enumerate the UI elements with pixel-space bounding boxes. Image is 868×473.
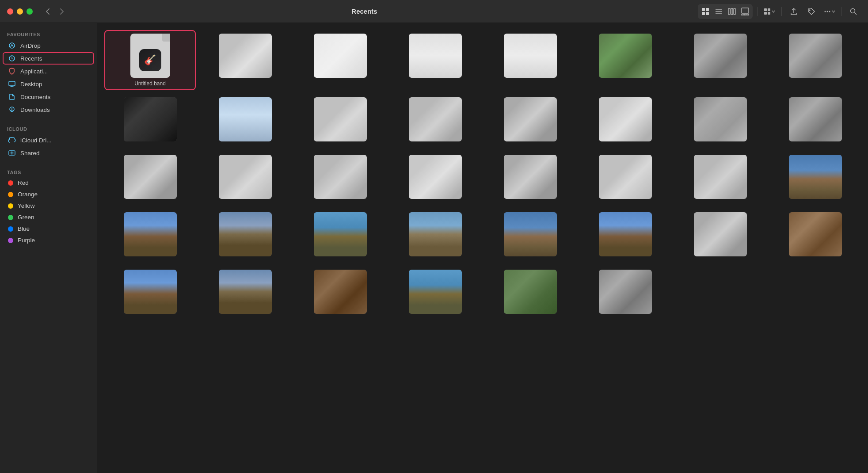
file-item-2[interactable] (199, 30, 291, 90)
file-item-25[interactable] (104, 209, 196, 263)
file-item-7[interactable] (674, 30, 766, 90)
tag-button[interactable] (804, 4, 819, 19)
file-item-24[interactable] (769, 151, 861, 205)
icloud-section: iCloud iCloud Dri... Shared (0, 123, 97, 159)
file-item-14[interactable] (579, 94, 671, 148)
file-item-untitled-band[interactable]: 🎸 Untitled.band (104, 30, 196, 90)
thumbnail-8 (789, 34, 842, 78)
downloads-icon (8, 106, 16, 114)
file-item-13[interactable] (484, 94, 576, 148)
band-file-bg: 🎸 (130, 34, 170, 78)
file-item-17[interactable] (104, 151, 196, 205)
view-list-button[interactable] (712, 5, 725, 18)
file-item-34[interactable] (199, 266, 291, 320)
file-item-26[interactable] (199, 209, 291, 263)
svg-rect-0 (702, 8, 705, 11)
file-item-22[interactable] (579, 151, 671, 205)
traffic-lights (7, 8, 33, 15)
search-button[interactable] (846, 4, 861, 19)
file-name-untitled-band: Untitled.band (134, 80, 166, 87)
sidebar-item-tag-red[interactable]: Red (3, 177, 94, 188)
tag-green-label: Green (18, 214, 34, 221)
file-item-8[interactable] (769, 30, 861, 90)
file-item-6[interactable] (579, 30, 671, 90)
file-item-30[interactable] (579, 209, 671, 263)
file-item-38[interactable] (579, 266, 671, 320)
file-item-12[interactable] (389, 94, 481, 148)
thumbnail-17 (124, 155, 177, 199)
file-item-36[interactable] (389, 266, 481, 320)
sidebar-item-shared[interactable]: Shared (3, 147, 94, 159)
thumbnail-32 (789, 212, 842, 256)
file-item-11[interactable] (294, 94, 386, 148)
thumbnail-38 (599, 270, 652, 314)
sidebar-item-desktop[interactable]: Desktop (3, 78, 94, 90)
orange-dot (8, 192, 13, 197)
sidebar-item-recents[interactable]: Recents (3, 52, 94, 65)
file-item-27[interactable] (294, 209, 386, 263)
purple-dot (8, 238, 13, 243)
tag-blue-label: Blue (18, 225, 30, 232)
svg-rect-16 (764, 12, 767, 15)
arrange-button[interactable] (762, 4, 777, 19)
file-item-5[interactable] (484, 30, 576, 90)
thumbnail-3 (314, 34, 367, 78)
toolbar-actions (698, 4, 861, 19)
titlebar: Recents (0, 0, 868, 23)
sidebar-item-tag-purple[interactable]: Purple (3, 235, 94, 246)
file-item-23[interactable] (674, 151, 766, 205)
svg-rect-11 (742, 14, 743, 15)
file-item-3[interactable] (294, 30, 386, 90)
view-grid-button[interactable] (699, 5, 712, 18)
thumbnail-18 (219, 155, 272, 199)
file-item-18[interactable] (199, 151, 291, 205)
sidebar-item-tag-blue[interactable]: Blue (3, 223, 94, 234)
close-button[interactable] (7, 8, 13, 15)
sidebar-item-applications-label: Applicati... (20, 68, 48, 75)
file-item-33[interactable] (104, 266, 196, 320)
view-gallery-button[interactable] (739, 5, 752, 18)
thumbnail-24 (789, 155, 842, 199)
svg-rect-12 (744, 14, 746, 15)
sidebar-item-tag-yellow[interactable]: Yellow (3, 200, 94, 211)
file-item-20[interactable] (389, 151, 481, 205)
content-area[interactable]: 🎸 Untitled.band (97, 23, 868, 473)
file-item-9[interactable] (104, 94, 196, 148)
file-item-35[interactable] (294, 266, 386, 320)
file-item-37[interactable] (484, 266, 576, 320)
window-title: Recents (31, 8, 698, 15)
sidebar-item-downloads[interactable]: Downloads (3, 103, 94, 116)
sidebar-item-tag-green[interactable]: Green (3, 212, 94, 223)
file-item-15[interactable] (674, 94, 766, 148)
sidebar-item-icloud-drive[interactable]: iCloud Dri... (3, 134, 94, 146)
svg-rect-2 (702, 12, 705, 15)
file-item-28[interactable] (389, 209, 481, 263)
file-item-32[interactable] (769, 209, 861, 263)
thumbnail-31 (694, 212, 747, 256)
thumbnail-7 (694, 34, 747, 78)
file-item-4[interactable] (389, 30, 481, 90)
share-button[interactable] (786, 4, 801, 19)
minimize-button[interactable] (17, 8, 23, 15)
thumbnail-16 (789, 97, 842, 141)
thumbnail-26 (219, 212, 272, 256)
svg-rect-1 (706, 8, 709, 11)
sidebar-item-applications[interactable]: Applicati... (3, 65, 94, 77)
more-button[interactable] (822, 4, 837, 19)
file-item-10[interactable] (199, 94, 291, 148)
sidebar-item-documents[interactable]: Documents (3, 91, 94, 103)
sidebar-item-tag-orange[interactable]: Orange (3, 189, 94, 200)
file-item-29[interactable] (484, 209, 576, 263)
sidebar-item-airdrop[interactable]: AirDrop (3, 39, 94, 52)
view-columns-button[interactable] (725, 5, 739, 18)
file-item-19[interactable] (294, 151, 386, 205)
svg-rect-8 (731, 8, 733, 15)
file-item-21[interactable] (484, 151, 576, 205)
file-item-16[interactable] (769, 94, 861, 148)
sidebar-item-documents-label: Documents (20, 94, 50, 100)
thumbnail-27 (314, 212, 367, 256)
file-item-31[interactable] (674, 209, 766, 263)
sidebar-item-shared-label: Shared (20, 150, 40, 156)
svg-rect-9 (734, 8, 735, 15)
svg-line-23 (855, 12, 857, 15)
